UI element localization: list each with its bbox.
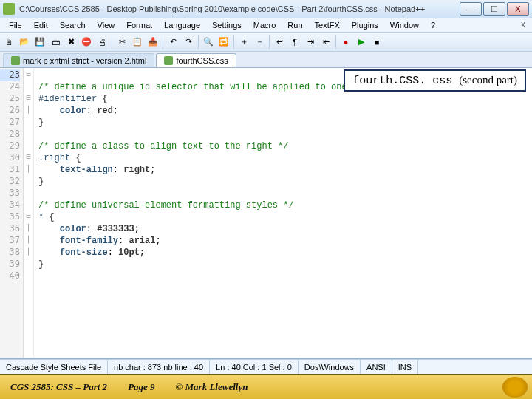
save-icon[interactable]: 💾 xyxy=(33,35,47,50)
menu-file[interactable]: File xyxy=(3,19,28,31)
footer-course: CGS 2585: CSS – Part 2 xyxy=(0,381,117,393)
macro-stop-icon[interactable]: ■ xyxy=(369,35,384,50)
footer-copyright: © Mark Llewellyn xyxy=(166,381,259,393)
zoomin-icon[interactable]: ＋ xyxy=(236,35,251,50)
close-button[interactable]: X xyxy=(507,2,529,16)
indent-icon[interactable]: ⇥ xyxy=(303,35,318,50)
find-icon[interactable]: 🔍 xyxy=(201,35,216,50)
tab-inactive[interactable]: mark p xhtml strict - version 2.html xyxy=(3,53,154,67)
menu-plugins[interactable]: Plugins xyxy=(346,19,384,31)
macro-record-icon[interactable]: ● xyxy=(338,35,353,50)
cut-icon[interactable]: ✂ xyxy=(115,35,129,50)
open-icon[interactable]: 📂 xyxy=(17,35,32,50)
menu-format[interactable]: Format xyxy=(120,19,158,31)
menu-run[interactable]: Run xyxy=(282,19,308,31)
ucf-logo-icon xyxy=(502,377,528,398)
print-icon[interactable]: 🖨 xyxy=(95,35,109,50)
annotation-callout: fourth.CSS. css (second part) xyxy=(344,69,526,92)
new-icon[interactable]: 🗎 xyxy=(1,35,16,50)
status-bar: Cascade Style Sheets File nb char : 873 … xyxy=(0,359,532,374)
menu-window[interactable]: Window xyxy=(384,19,425,31)
file-icon xyxy=(11,56,20,65)
menu-close-icon[interactable]: x xyxy=(517,19,529,31)
line-gutter: 232425262728293031323334353637383940 xyxy=(0,68,24,358)
closeall-icon[interactable]: ⛔ xyxy=(79,35,94,50)
footer-page: Page 9 xyxy=(117,381,165,393)
menu-search[interactable]: Search xyxy=(54,19,92,31)
status-eol: Dos\Windows xyxy=(299,360,361,374)
window-title: C:\Courses\CCS 2585 - Desktop Publishing… xyxy=(19,4,460,13)
menu-textfx[interactable]: TextFX xyxy=(309,19,346,31)
zoomout-icon[interactable]: － xyxy=(252,35,267,50)
paste-icon[interactable]: 📥 xyxy=(146,35,160,50)
wrap-icon[interactable]: ↩ xyxy=(272,35,287,50)
status-pos: Ln : 40 Col : 1 Sel : 0 xyxy=(210,360,299,374)
saveall-icon[interactable]: 🗃 xyxy=(48,35,63,50)
outdent-icon[interactable]: ⇤ xyxy=(318,35,333,50)
redo-icon[interactable]: ↷ xyxy=(181,35,196,50)
invisible-icon[interactable]: ¶ xyxy=(287,35,302,50)
menu-edit[interactable]: Edit xyxy=(28,19,54,31)
code-area[interactable]: /* define a unique id selector that will… xyxy=(34,68,516,358)
fold-gutter[interactable]: ⊟⊟|⊟|⊟||| xyxy=(24,68,34,358)
maximize-button[interactable]: ☐ xyxy=(483,2,505,16)
window-buttons: — ☐ X xyxy=(460,2,529,16)
file-icon xyxy=(164,56,173,65)
toolbar: 🗎 📂 💾 🗃 ✖ ⛔ 🖨 ✂ 📋 📥 ↶ ↷ 🔍 🔁 ＋ － ↩ ¶ ⇥ ⇤ … xyxy=(0,33,532,52)
close-file-icon[interactable]: ✖ xyxy=(64,35,78,50)
tab-active[interactable]: fourthCSS.css xyxy=(156,53,236,67)
status-language: Cascade Style Sheets File xyxy=(0,360,108,374)
menu-language[interactable]: Language xyxy=(158,19,206,31)
menu-bar: File Edit Search View Format Language Se… xyxy=(0,18,532,33)
editor[interactable]: 232425262728293031323334353637383940 ⊟⊟|… xyxy=(0,68,532,359)
app-icon xyxy=(3,3,15,15)
menu-help[interactable]: ? xyxy=(425,19,441,31)
copy-icon[interactable]: 📋 xyxy=(130,35,145,50)
replace-icon[interactable]: 🔁 xyxy=(216,35,231,50)
menu-settings[interactable]: Settings xyxy=(206,19,248,31)
title-bar: C:\Courses\CCS 2585 - Desktop Publishing… xyxy=(0,0,532,18)
minimize-button[interactable]: — xyxy=(460,2,482,16)
status-ins: INS xyxy=(392,360,418,374)
menu-macro[interactable]: Macro xyxy=(248,19,282,31)
tab-strip: mark p xhtml strict - version 2.html fou… xyxy=(0,52,532,68)
status-enc: ANSI xyxy=(361,360,392,374)
undo-icon[interactable]: ↶ xyxy=(166,35,180,50)
status-chars: nb char : 873 nb line : 40 xyxy=(108,360,210,374)
menu-view[interactable]: View xyxy=(92,19,121,31)
macro-play-icon[interactable]: ▶ xyxy=(354,35,369,50)
slide-footer: CGS 2585: CSS – Part 2 Page 9 © Mark Lle… xyxy=(0,374,532,399)
